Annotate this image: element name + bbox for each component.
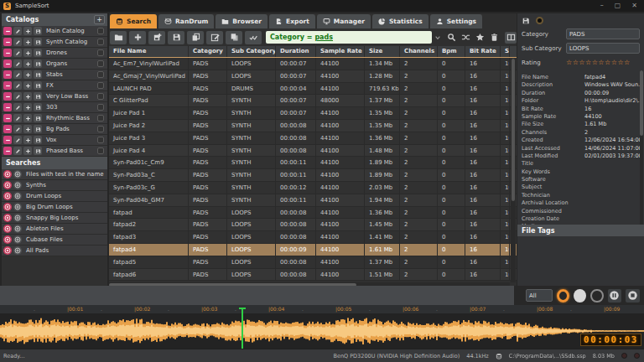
run-search-button[interactable] (447, 29, 456, 45)
remove-catalog-button[interactable] (3, 27, 12, 35)
save-catalog-button[interactable] (34, 59, 42, 68)
save-catalog-button[interactable] (34, 49, 42, 57)
add-to-catalog-button[interactable] (23, 27, 32, 35)
play-button[interactable] (574, 289, 586, 303)
add-to-catalog-button[interactable] (23, 136, 32, 144)
catalog-checkbox[interactable] (97, 49, 104, 56)
search-item[interactable]: Snappy Big Loops (2, 213, 107, 224)
catalog-item[interactable]: Synth Catalog (2, 37, 107, 48)
table-row[interactable]: Juice Pad 3PADSSYNTH00:00:08441001.36 Mb… (109, 132, 517, 145)
close-button[interactable]: ✕ (631, 0, 637, 12)
waveform-canvas[interactable] (0, 313, 644, 349)
catalog-item[interactable]: Organs (2, 59, 107, 70)
add-search-button[interactable] (13, 170, 22, 178)
edit-catalog-button[interactable] (13, 92, 22, 101)
bottom-splitter[interactable] (0, 286, 514, 305)
edit-catalog-button[interactable] (13, 81, 22, 90)
add-to-catalog-button[interactable] (23, 49, 32, 57)
search-item[interactable]: Cubase Files (2, 235, 107, 246)
vscroll-thumb[interactable] (512, 59, 515, 201)
catalog-item[interactable]: FX (2, 80, 107, 91)
save-button[interactable] (168, 31, 184, 44)
catalog-checkbox[interactable] (97, 126, 104, 132)
catalog-checkbox[interactable] (97, 39, 104, 45)
table-row[interactable]: fatpad4PADSLOOPS00:00:09441001.61 Mb2016… (109, 244, 517, 256)
table-row[interactable]: C GlitterPadPADSSYNTH00:00:07480001.37 M… (109, 95, 517, 107)
add-search-button[interactable] (13, 214, 22, 222)
catalog-checkbox[interactable] (97, 137, 104, 143)
search-item[interactable]: All Pads (2, 246, 107, 256)
catalog-checkbox[interactable] (97, 104, 104, 111)
table-row[interactable]: Juice Pad 1PADSSYNTH00:00:07441001.35 Mb… (109, 107, 517, 120)
table-row[interactable]: Syn-Pad04b_GM7PADSSYNTH00:00:11441001.94… (109, 194, 517, 207)
tab-settings[interactable]: Settings (430, 14, 482, 28)
run-search-button[interactable] (3, 235, 12, 244)
remove-catalog-button[interactable] (3, 125, 12, 133)
edit-catalog-button[interactable] (13, 147, 22, 155)
tab-export[interactable]: Export (269, 14, 315, 28)
search-item[interactable]: Files with test in the name (2, 169, 107, 180)
table-vscrollbar[interactable] (511, 59, 516, 282)
favorite-button[interactable] (475, 29, 485, 45)
catalog-item[interactable]: Rhythmic Bass (2, 113, 107, 124)
catalog-item[interactable]: Main Catalog (2, 26, 107, 37)
edit-catalog-button[interactable] (13, 59, 22, 68)
save-catalog-button[interactable] (34, 38, 42, 46)
table-row[interactable]: fatpad3PADSLOOPS00:00:08441001.41 Mb2016… (109, 231, 517, 244)
table-row[interactable]: Ac_Gmaj7_VinylWurliPadPADSLOOPS00:00:074… (109, 70, 517, 83)
catalog-checkbox[interactable] (97, 147, 104, 154)
remove-catalog-button[interactable] (3, 114, 12, 122)
catalog-item[interactable]: Phased Bass (2, 146, 107, 157)
add-catalog-button[interactable]: + (94, 15, 105, 24)
remove-catalog-button[interactable] (3, 38, 12, 46)
add-to-catalog-button[interactable] (23, 38, 32, 46)
table-row[interactable]: fatpad2PADSLOOPS00:00:08441001.45 Mb2016… (109, 219, 517, 231)
stop-button[interactable] (626, 289, 640, 303)
column-header-bpm[interactable]: Bpm (438, 46, 465, 57)
minimize-button[interactable]: – (600, 0, 604, 12)
remove-catalog-button[interactable] (3, 147, 12, 155)
add-to-catalog-button[interactable] (23, 114, 32, 122)
record-icon[interactable] (536, 17, 543, 24)
column-header-sample-rate[interactable]: Sample Rate (316, 46, 365, 57)
play-filter-dropdown[interactable]: All (526, 289, 553, 302)
clear-query-button[interactable] (490, 29, 499, 45)
column-header-bit-rate[interactable]: Bit Rate (465, 46, 501, 57)
search-item[interactable]: Synths (2, 180, 107, 191)
toggle-columns-button[interactable] (505, 32, 517, 44)
table-row[interactable]: Juice Pad 2PADSSYNTH00:00:08441001.35 Mb… (109, 120, 517, 132)
add-search-button[interactable] (13, 203, 22, 211)
edit-catalog-button[interactable] (13, 114, 22, 122)
table-row[interactable]: Syn-Pad03c_GPADSSYNTH00:00:12441002.03 M… (109, 182, 517, 194)
duplicate-button[interactable] (226, 31, 242, 44)
add-to-catalog-button[interactable] (23, 92, 32, 101)
column-header-channels[interactable]: Channels (400, 46, 438, 57)
category-dropdown[interactable]: PADS (566, 28, 640, 39)
playhead[interactable] (242, 308, 243, 349)
add-search-button[interactable] (13, 225, 22, 233)
run-search-button[interactable] (3, 170, 12, 178)
run-search-button[interactable] (3, 203, 12, 211)
add-to-catalog-button[interactable] (23, 59, 32, 68)
column-header-duration[interactable]: Duration (276, 46, 316, 57)
details-scrollbar[interactable] (640, 70, 643, 236)
column-header-category[interactable]: Category (189, 46, 227, 57)
search-item[interactable]: Drum Loops (2, 191, 107, 202)
details-scroll-thumb[interactable] (640, 70, 643, 136)
rating-stars[interactable]: ☆☆☆☆☆☆☆☆☆☆ (566, 59, 631, 66)
tab-search[interactable]: Search (110, 14, 157, 28)
verify-button[interactable] (245, 31, 262, 44)
catalog-checkbox[interactable] (97, 82, 104, 89)
save-catalog-button[interactable] (34, 103, 42, 111)
add-search-button[interactable] (13, 246, 22, 255)
table-row[interactable]: LAUNCH PADPADSDRUMS00:00:0444100719.63 K… (109, 83, 517, 96)
run-search-button[interactable] (3, 192, 12, 200)
remove-catalog-button[interactable] (3, 59, 12, 68)
table-row[interactable]: Syn-Pad01c_Cm9PADSSYNTH00:00:11441001.89… (109, 157, 517, 169)
add-to-catalog-button[interactable] (23, 125, 32, 133)
catalog-item[interactable]: Very Low Bass (2, 91, 107, 102)
import-button[interactable] (148, 31, 165, 44)
add-to-catalog-button[interactable] (23, 70, 32, 79)
table-row[interactable]: Juice Pad 4PADSSYNTH00:00:08441001.48 Mb… (109, 145, 517, 158)
catalog-item[interactable]: 303 (2, 102, 107, 113)
